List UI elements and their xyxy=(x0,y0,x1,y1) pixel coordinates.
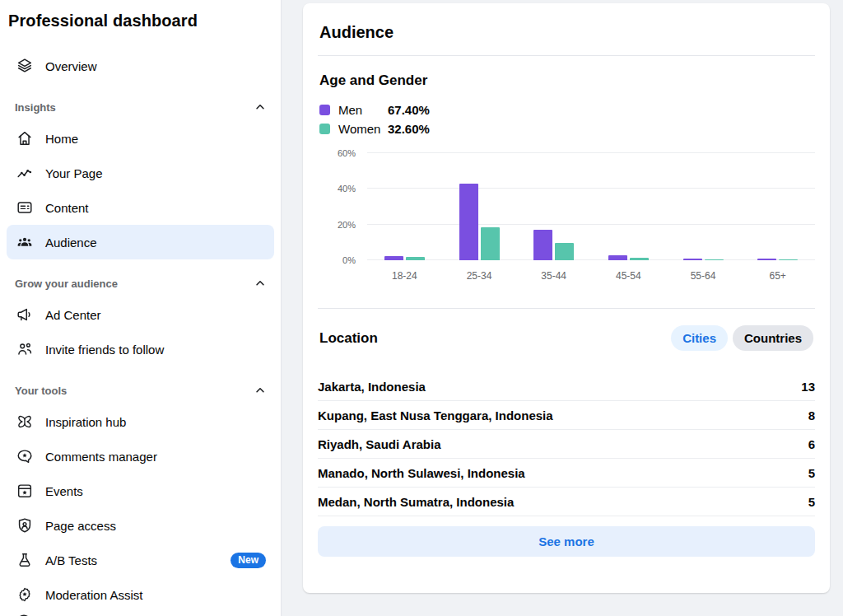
sidebar-item-label: Audience xyxy=(45,236,266,250)
bar-group-35-44 xyxy=(516,153,591,260)
location-row: Medan, North Sumatra, Indonesia 5 xyxy=(318,488,815,516)
legend-value: 67.40% xyxy=(388,103,430,117)
cities-tab[interactable]: Cities xyxy=(671,325,728,351)
bar-group-25-34 xyxy=(442,153,517,260)
comment-star-icon xyxy=(15,446,35,466)
sidebar-item-events[interactable]: Events xyxy=(7,474,274,508)
legend-item-men: Men 67.40% xyxy=(319,100,813,119)
bar-women-45-54[interactable] xyxy=(630,258,649,260)
sidebar-item-content[interactable]: Content xyxy=(7,190,274,225)
megaphone-icon xyxy=(15,305,35,324)
sidebar-item-label: Content xyxy=(45,201,266,215)
section-header-label: Grow your audience xyxy=(15,278,118,290)
sidebar-item-label: Comments manager xyxy=(45,450,266,464)
sidebar-item-page-access[interactable]: Page access xyxy=(7,508,274,543)
sidebar-item-your-page[interactable]: Your Page xyxy=(7,156,274,190)
sidebar-item-label: Your Page xyxy=(45,166,266,180)
section-header-label: Your tools xyxy=(15,385,67,397)
age-gender-chart: 0%20%40%60% 18-2425-3435-4445-5455-6465+ xyxy=(318,153,815,282)
calendar-star-icon xyxy=(15,481,35,501)
countries-tab[interactable]: Countries xyxy=(733,325,813,351)
sidebar-nav: Overview Insights Home Your Page Content xyxy=(0,34,281,612)
sidebar-title: Professional dashboard xyxy=(0,0,281,34)
newspaper-icon xyxy=(15,198,35,217)
x-tick-label-65+: 65+ xyxy=(740,270,815,282)
chart-plot xyxy=(367,153,815,260)
butterfly-icon xyxy=(15,412,35,432)
location-row: Kupang, East Nusa Tenggara, Indonesia 8 xyxy=(318,401,815,430)
new-badge: New xyxy=(231,553,266,568)
chevron-up-icon[interactable] xyxy=(254,278,266,289)
chart-x-axis: 18-2425-3435-4445-5455-6465+ xyxy=(367,270,815,282)
location-name: Jakarta, Indonesia xyxy=(318,380,426,394)
section-header-label: Insights xyxy=(15,101,56,114)
location-count: 5 xyxy=(808,466,815,480)
section-header-your-tools: Your tools xyxy=(0,376,281,404)
x-tick-label-25-34: 25-34 xyxy=(442,270,517,282)
sidebar-item-label: Ad Center xyxy=(45,308,266,322)
sidebar-item-label: Inspiration hub xyxy=(45,415,266,429)
sidebar-item-label: Overview xyxy=(45,59,266,73)
home-icon xyxy=(15,128,35,148)
x-tick-label-18-24: 18-24 xyxy=(367,270,442,282)
location-count: 5 xyxy=(808,495,815,509)
sidebar-item-label: Page access xyxy=(45,519,266,533)
bar-women-55-64[interactable] xyxy=(705,259,724,261)
bar-men-45-54[interactable] xyxy=(608,255,627,261)
location-row: Manado, North Sulawesi, Indonesia 5 xyxy=(318,459,815,488)
partial-next-item-icon xyxy=(15,613,33,616)
bar-men-18-24[interactable] xyxy=(384,256,403,260)
bar-group-55-64 xyxy=(666,153,741,260)
sidebar: Professional dashboard Overview Insights… xyxy=(0,0,282,616)
sidebar-item-label: Events xyxy=(45,484,266,498)
y-tick-label: 60% xyxy=(338,148,356,158)
bar-men-35-44[interactable] xyxy=(533,230,552,260)
age-gender-heading: Age and Gender xyxy=(319,72,813,89)
y-tick-label: 0% xyxy=(342,255,356,265)
layers-icon xyxy=(15,56,35,76)
x-tick-label-35-44: 35-44 xyxy=(516,270,591,282)
sidebar-item-label: Home xyxy=(45,132,266,146)
bar-women-65+[interactable] xyxy=(779,259,798,261)
bar-men-65+[interactable] xyxy=(757,259,776,260)
location-count: 6 xyxy=(808,437,815,451)
people-group-icon xyxy=(15,232,35,252)
see-more-button[interactable]: See more xyxy=(318,526,815,557)
page-title: Audience xyxy=(318,3,815,55)
bar-men-25-34[interactable] xyxy=(459,184,478,260)
location-heading: Location xyxy=(319,330,378,347)
location-count: 8 xyxy=(808,408,815,422)
sidebar-item-inspiration-hub[interactable]: Inspiration hub xyxy=(7,404,274,439)
sidebar-item-label: A/B Tests xyxy=(45,553,220,567)
legend-item-women: Women 32.60% xyxy=(319,119,813,138)
section-divider xyxy=(318,308,815,309)
bar-women-35-44[interactable] xyxy=(555,243,574,260)
sidebar-item-audience[interactable]: Audience xyxy=(7,225,274,259)
sidebar-item-moderation-assist[interactable]: Moderation Assist xyxy=(7,577,274,612)
chevron-up-icon[interactable] xyxy=(254,385,266,396)
location-name: Manado, North Sulawesi, Indonesia xyxy=(318,466,525,480)
location-name: Riyadh, Saudi Arabia xyxy=(318,437,440,451)
sidebar-item-ad-center[interactable]: Ad Center xyxy=(7,297,274,332)
sidebar-item-ab-tests[interactable]: A/B Tests New xyxy=(7,543,274,577)
bar-men-55-64[interactable] xyxy=(683,259,702,260)
location-toggle: Cities Countries xyxy=(671,325,813,351)
bar-women-25-34[interactable] xyxy=(481,227,500,260)
location-name: Kupang, East Nusa Tenggara, Indonesia xyxy=(318,408,553,422)
bar-group-18-24 xyxy=(367,153,442,260)
section-header-insights: Insights xyxy=(0,93,281,121)
sidebar-item-invite-friends[interactable]: Invite friends to follow xyxy=(7,332,274,366)
moderation-star-icon xyxy=(15,585,35,604)
flask-icon xyxy=(15,550,35,570)
y-tick-label: 40% xyxy=(338,184,356,194)
sidebar-item-home[interactable]: Home xyxy=(7,121,274,156)
sidebar-item-label: Invite friends to follow xyxy=(45,343,266,357)
legend-label: Women xyxy=(338,122,388,136)
section-header-grow: Grow your audience xyxy=(0,269,281,297)
bar-women-18-24[interactable] xyxy=(406,257,425,260)
chevron-up-icon[interactable] xyxy=(254,101,266,113)
sidebar-item-comments-manager[interactable]: Comments manager xyxy=(7,439,274,474)
header-divider xyxy=(318,55,815,56)
sidebar-item-overview[interactable]: Overview xyxy=(7,49,274,83)
legend-value: 32.60% xyxy=(388,122,430,136)
